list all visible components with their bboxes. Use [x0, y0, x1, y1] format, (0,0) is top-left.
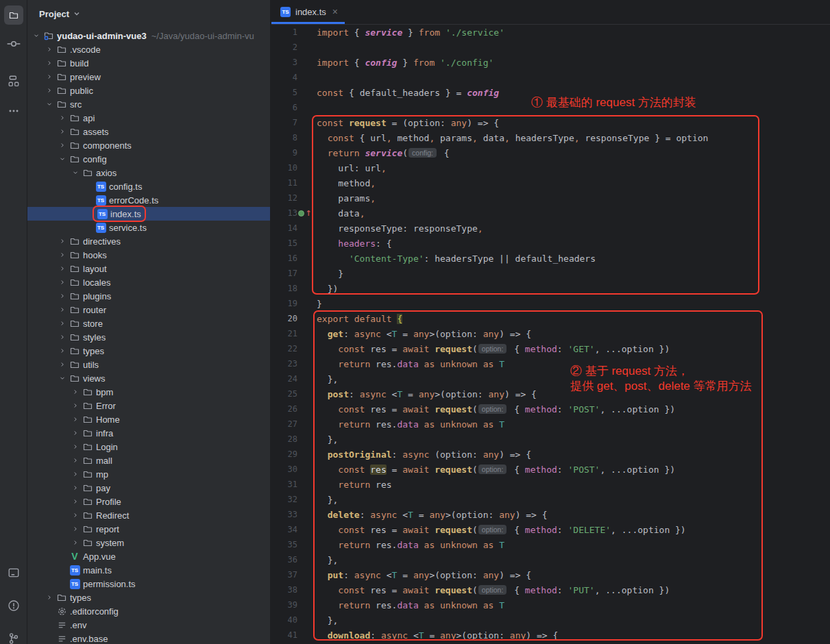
chevron-right-icon[interactable]: [56, 293, 68, 299]
chevron-right-icon[interactable]: [69, 539, 81, 546]
tree-item-service.ts[interactable]: TSservice.ts: [27, 221, 270, 234]
tree-item-router[interactable]: router: [27, 303, 270, 317]
tree-item-index.ts[interactable]: TSindex.ts: [27, 207, 270, 221]
code-line-37[interactable]: 37 put: async <T = any>(option: any) => …: [271, 567, 830, 582]
chevron-right-icon[interactable]: [56, 142, 68, 149]
tree-item-bpm[interactable]: bpm: [27, 385, 270, 399]
chevron-right-icon[interactable]: [56, 128, 68, 135]
chevron-right-icon[interactable]: [69, 498, 81, 505]
project-panel-header[interactable]: Project: [27, 0, 270, 27]
code-line-14[interactable]: 14 responseType: responseType,: [271, 221, 830, 236]
code-line-36[interactable]: 36 },: [271, 552, 830, 567]
tree-item-config[interactable]: config: [27, 152, 270, 166]
tree-item-mall[interactable]: mall: [27, 454, 270, 467]
chevron-right-icon[interactable]: [43, 594, 55, 601]
code-line-7[interactable]: 7const request = (option: any) => {: [271, 115, 830, 130]
chevron-right-icon[interactable]: [56, 114, 68, 121]
tree-item-report[interactable]: report: [27, 522, 270, 536]
tree-item-store[interactable]: store: [27, 317, 270, 330]
tree-item-styles[interactable]: styles: [27, 330, 270, 344]
code-line-4[interactable]: 4: [271, 70, 830, 85]
code-line-32[interactable]: 32 },: [271, 492, 830, 507]
chevron-right-icon[interactable]: [69, 443, 81, 450]
tree-item-.env.base[interactable]: .env.base: [27, 632, 270, 644]
tree-item-login[interactable]: Login: [27, 440, 270, 454]
tree-item-public[interactable]: public: [27, 84, 270, 97]
code-line-15[interactable]: 15 headers: {: [271, 236, 830, 251]
code-line-26[interactable]: 26 const res = await request(option: { m…: [271, 401, 830, 417]
code-line-3[interactable]: 3import { config } from './config': [271, 55, 830, 70]
tree-item-build[interactable]: build: [27, 56, 270, 70]
code-line-41[interactable]: 41 download: async <T = any>(option: any…: [271, 628, 830, 643]
tree-item-config.ts[interactable]: TSconfig.ts: [27, 179, 270, 193]
code-line-27[interactable]: 27 return res.data as unknown as T: [271, 417, 830, 432]
chevron-right-icon[interactable]: [43, 60, 55, 66]
code-line-28[interactable]: 28 },: [271, 432, 830, 447]
more-tools-icon[interactable]: [4, 101, 23, 121]
code-line-25[interactable]: 25 post: async <T = any>(option: any) =>…: [271, 386, 830, 401]
chevron-down-icon[interactable]: [69, 169, 81, 176]
tree-item-src[interactable]: src: [27, 97, 270, 111]
tree-item-mp[interactable]: mp: [27, 467, 270, 481]
chevron-right-icon[interactable]: [56, 238, 68, 245]
tab-close-icon[interactable]: ×: [332, 7, 338, 16]
code-line-1[interactable]: 1import { service } from './service': [271, 25, 830, 40]
code-line-8[interactable]: 8 const { url, method, params, data, hea…: [271, 130, 830, 145]
tree-item-assets[interactable]: assets: [27, 125, 270, 138]
code-line-22[interactable]: 22 const res = await request(option: { m…: [271, 341, 830, 356]
tree-item-profile[interactable]: Profile: [27, 495, 270, 508]
tree-item-pay[interactable]: pay: [27, 481, 270, 495]
code-line-19[interactable]: 19}: [271, 296, 830, 311]
code-line-34[interactable]: 34 const res = await request(option: { m…: [271, 522, 830, 537]
tree-item-types[interactable]: types: [27, 344, 270, 358]
chevron-right-icon[interactable]: [56, 320, 68, 327]
code-line-18[interactable]: 18 }): [271, 281, 830, 296]
chevron-right-icon[interactable]: [69, 457, 81, 464]
code-line-33[interactable]: 33 delete: async <T = any>(option: any) …: [271, 507, 830, 522]
tree-item-layout[interactable]: layout: [27, 262, 270, 275]
chevron-right-icon[interactable]: [56, 251, 68, 258]
chevron-down-icon[interactable]: [56, 375, 68, 382]
tree-item-yudao-ui-admin-vue3[interactable]: yudao-ui-admin-vue3~/Java/yudao-ui-admin…: [27, 29, 270, 42]
chevron-down-icon[interactable]: [56, 156, 68, 162]
chevron-right-icon[interactable]: [56, 265, 68, 272]
code-line-30[interactable]: 30 const res = await request(option: { m…: [271, 462, 830, 477]
code-line-21[interactable]: 21 get: async <T = any>(option: any) => …: [271, 326, 830, 341]
chevron-right-icon[interactable]: [69, 402, 81, 409]
code-line-23[interactable]: 23 return res.data as unknown as T: [271, 356, 830, 371]
chevron-right-icon[interactable]: [69, 430, 81, 436]
tree-item-utils[interactable]: utils: [27, 358, 270, 371]
chevron-right-icon[interactable]: [43, 87, 55, 94]
chevron-right-icon[interactable]: [69, 525, 81, 532]
gutter-marker-icon[interactable]: ↑: [297, 209, 313, 218]
tree-item-.vscode[interactable]: .vscode: [27, 42, 270, 56]
code-line-38[interactable]: 38 const res = await request(option: { m…: [271, 582, 830, 597]
code-line-9[interactable]: 9 return service(config: {: [271, 145, 830, 160]
git-branch-icon[interactable]: [4, 629, 23, 644]
tree-item-app.vue[interactable]: VApp.vue: [27, 549, 270, 563]
tree-item-redirect[interactable]: Redirect: [27, 508, 270, 522]
code-line-10[interactable]: 10 url: url,: [271, 160, 830, 175]
code-line-2[interactable]: 2: [271, 40, 830, 55]
problems-icon[interactable]: [4, 596, 23, 615]
code-line-13[interactable]: 13↑ data,: [271, 206, 830, 221]
tree-item-main.ts[interactable]: TSmain.ts: [27, 563, 270, 577]
code-line-24[interactable]: 24 },: [271, 371, 830, 386]
code-line-20[interactable]: 20export default {: [271, 311, 830, 326]
code-line-39[interactable]: 39 return res.data as unknown as T: [271, 597, 830, 612]
tree-item-infra[interactable]: infra: [27, 426, 270, 440]
tree-item-errorcode.ts[interactable]: TSerrorCode.ts: [27, 193, 270, 207]
project-tool-icon[interactable]: [4, 5, 23, 25]
tree-item-.editorconfig[interactable]: .editorconfig: [27, 604, 270, 618]
bottom-panel-icon[interactable]: [4, 563, 23, 582]
tree-item-plugins[interactable]: plugins: [27, 289, 270, 303]
chevron-down-icon[interactable]: [30, 32, 42, 39]
code-line-16[interactable]: 16 'Content-Type': headersType || defaul…: [271, 251, 830, 266]
code-line-5[interactable]: 5const { default_headers } = config: [271, 85, 830, 100]
chevron-right-icon[interactable]: [56, 279, 68, 286]
chevron-right-icon[interactable]: [43, 46, 55, 53]
code-line-12[interactable]: 12 params,: [271, 190, 830, 206]
tree-item-hooks[interactable]: hooks: [27, 248, 270, 262]
tree-item-system[interactable]: system: [27, 536, 270, 549]
code-line-40[interactable]: 40 },: [271, 612, 830, 628]
